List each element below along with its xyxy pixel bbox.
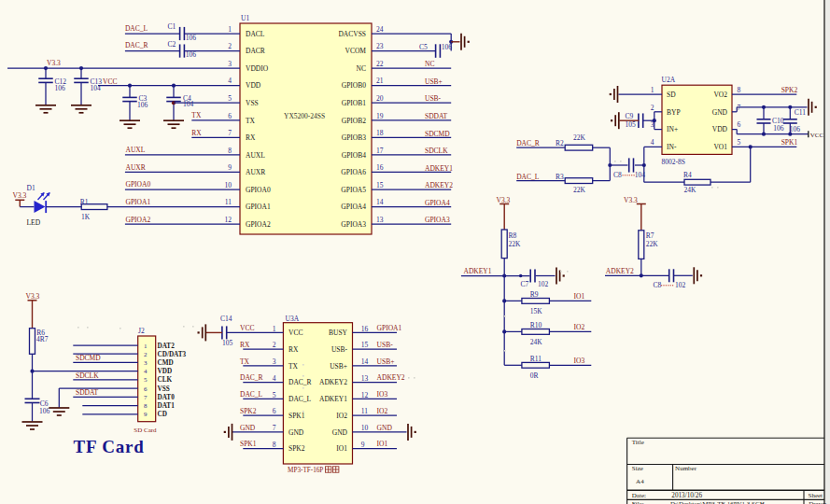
svg-text:DAT0: DAT0	[158, 394, 176, 401]
svg-text:2: 2	[228, 42, 232, 50]
svg-text:9: 9	[361, 441, 365, 449]
svg-text:2: 2	[273, 341, 276, 349]
svg-text:4: 4	[651, 138, 654, 147]
svg-text:SD Card: SD Card	[134, 427, 157, 434]
svg-text:CD: CD	[158, 411, 167, 418]
svg-text:106: 106	[186, 50, 197, 59]
svg-text:GND: GND	[288, 428, 304, 437]
svg-text:9: 9	[144, 411, 148, 418]
svg-text:SPK2: SPK2	[288, 444, 305, 453]
svg-text:VSS: VSS	[158, 385, 170, 393]
svg-text:D:\Desktop\MP3-TF-16PV1.3.SCH: D:\Desktop\MP3-TF-16PV1.3.SCH	[670, 500, 765, 504]
svg-text:106: 106	[773, 124, 784, 133]
svg-text:1: 1	[651, 86, 654, 94]
svg-text:VDD: VDD	[712, 125, 728, 133]
svg-text:U3A: U3A	[286, 315, 300, 323]
svg-text:20: 20	[376, 94, 384, 103]
svg-text:11: 11	[361, 407, 368, 415]
svg-text:C7: C7	[521, 280, 529, 288]
svg-text:TX: TX	[240, 357, 250, 366]
svg-text:VO1: VO1	[713, 143, 727, 151]
svg-text:ADKEY1: ADKEY1	[425, 164, 453, 173]
svg-text:MP3-TF-16P: MP3-TF-16P	[288, 467, 323, 474]
svg-text:GPIOA4: GPIOA4	[341, 203, 366, 211]
svg-text:105: 105	[222, 339, 233, 347]
svg-text:YX5200-24SS: YX5200-24SS	[284, 112, 325, 120]
svg-text:D1: D1	[27, 184, 35, 192]
svg-text:5: 5	[228, 94, 232, 103]
svg-text:SPK1: SPK1	[288, 412, 305, 420]
svg-text:IO1: IO1	[377, 440, 388, 448]
svg-text:5: 5	[144, 376, 148, 384]
svg-text:SDDAT: SDDAT	[425, 112, 448, 120]
svg-text:BYP: BYP	[667, 108, 681, 117]
svg-text:14: 14	[376, 198, 384, 206]
svg-text:DAC_L: DAC_L	[288, 395, 312, 403]
svg-text:0R: 0R	[530, 371, 539, 380]
svg-text:NC: NC	[357, 64, 366, 73]
svg-text:RX: RX	[246, 133, 256, 142]
svg-text:GND: GND	[377, 424, 393, 432]
svg-text:8: 8	[144, 402, 148, 410]
svg-text:IO2: IO2	[336, 412, 347, 420]
svg-text:Title: Title	[632, 439, 644, 446]
svg-text:DAC_R: DAC_R	[288, 378, 312, 386]
svg-text:C8: C8	[654, 281, 662, 289]
svg-text:IO1: IO1	[336, 444, 347, 453]
svg-text:ADKEY2: ADKEY2	[319, 378, 347, 386]
svg-text:R9: R9	[530, 290, 539, 299]
svg-text:CMD: CMD	[158, 359, 174, 367]
svg-text:C6: C6	[40, 399, 49, 408]
svg-text:DAC_L: DAC_L	[240, 390, 263, 399]
svg-text:5: 5	[273, 391, 276, 399]
svg-text:VCC: VCC	[288, 329, 302, 337]
svg-text:5: 5	[738, 138, 741, 147]
svg-text:17: 17	[376, 147, 384, 155]
svg-text:15: 15	[376, 181, 384, 189]
svg-text:106: 106	[137, 101, 148, 109]
svg-text:IN+: IN+	[667, 125, 678, 133]
svg-text:16: 16	[376, 163, 384, 172]
svg-text:SDDAT: SDDAT	[76, 388, 99, 397]
svg-text:24: 24	[376, 25, 384, 34]
svg-text:C1: C1	[168, 22, 176, 31]
svg-text:VDDIO: VDDIO	[246, 64, 269, 73]
svg-text:R1: R1	[80, 198, 89, 206]
svg-text:J2: J2	[138, 327, 145, 335]
svg-text:GPIOA0: GPIOA0	[246, 186, 271, 194]
svg-text:V3.3: V3.3	[47, 59, 61, 67]
svg-text:GPIOA4: GPIOA4	[425, 199, 450, 207]
svg-text:VSS: VSS	[246, 99, 259, 107]
svg-text:V3.3: V3.3	[497, 196, 511, 204]
svg-text:VO2: VO2	[713, 91, 727, 99]
svg-text:USB-: USB-	[331, 345, 348, 354]
svg-text:2: 2	[651, 104, 654, 112]
svg-text:IO1: IO1	[574, 292, 585, 301]
svg-text:1: 1	[144, 343, 148, 350]
svg-text:VDD: VDD	[158, 368, 173, 375]
svg-text:VDD: VDD	[246, 81, 261, 90]
svg-text:6: 6	[228, 112, 232, 120]
svg-text:IO3: IO3	[377, 390, 388, 399]
svg-text:C9: C9	[626, 112, 634, 120]
svg-text:USB-: USB-	[425, 94, 442, 103]
svg-text:ADKEY2: ADKEY2	[425, 181, 453, 189]
svg-text:R4: R4	[683, 171, 692, 179]
svg-text:22K: 22K	[573, 186, 586, 194]
svg-text:Size: Size	[632, 465, 643, 472]
svg-text:4: 4	[228, 77, 232, 85]
svg-text:GPIOA6: GPIOA6	[341, 168, 366, 176]
svg-text:1: 1	[228, 25, 232, 34]
svg-text:106: 106	[186, 34, 197, 42]
svg-text:GPIOB0: GPIOB0	[342, 81, 367, 90]
svg-text:TX: TX	[191, 111, 202, 119]
svg-text:106: 106	[790, 125, 801, 133]
svg-text:22K: 22K	[646, 240, 659, 248]
svg-text:DACR: DACR	[246, 47, 265, 55]
svg-text:DAC_R: DAC_R	[125, 41, 148, 49]
svg-text:24K: 24K	[530, 338, 543, 346]
svg-text:NC: NC	[425, 60, 434, 68]
svg-text:2: 2	[144, 351, 148, 358]
svg-text:4R7: 4R7	[36, 335, 49, 343]
svg-text:GPIOA1: GPIOA1	[246, 203, 271, 211]
